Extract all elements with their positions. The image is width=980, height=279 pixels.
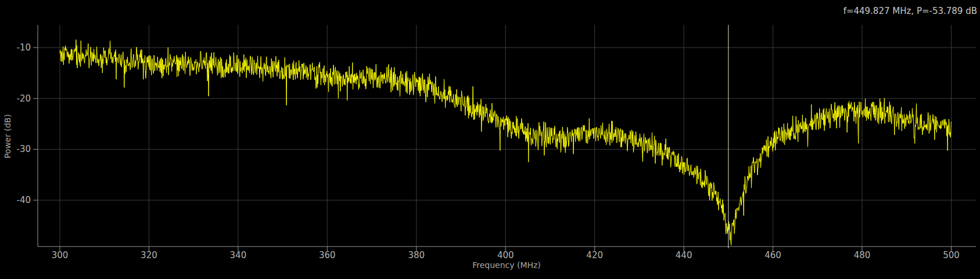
y-tick-label: -40 xyxy=(17,195,31,205)
x-tick-label: 460 xyxy=(764,250,781,260)
y-axis-title: Power (dB) xyxy=(3,114,12,158)
x-tick-label: 360 xyxy=(319,250,336,260)
x-tick-label: 300 xyxy=(52,250,69,260)
spectrum-analyzer-window: 300320340360380400420440460480500-10-20-… xyxy=(0,0,980,279)
x-axis-title: Frequency (MHz) xyxy=(472,260,541,270)
y-tick-label: -10 xyxy=(17,42,31,53)
x-tick-label: 320 xyxy=(141,250,157,260)
cursor-readout: f=449.827 MHz, P=-53.789 dB xyxy=(843,6,977,16)
x-tick-label: 500 xyxy=(943,250,960,260)
y-tick-label: -20 xyxy=(17,93,31,104)
x-tick-label: 340 xyxy=(230,250,247,260)
x-tick-label: 440 xyxy=(676,250,692,260)
grid-layer xyxy=(38,25,976,247)
x-tick-label: 400 xyxy=(497,250,514,260)
y-tick-label: -30 xyxy=(17,144,31,154)
x-tick-label: 380 xyxy=(408,250,425,260)
x-tick-label: 420 xyxy=(586,250,603,260)
x-tick-label: 480 xyxy=(854,250,871,260)
spectrum-plot[interactable]: 300320340360380400420440460480500-10-20-… xyxy=(0,0,980,279)
